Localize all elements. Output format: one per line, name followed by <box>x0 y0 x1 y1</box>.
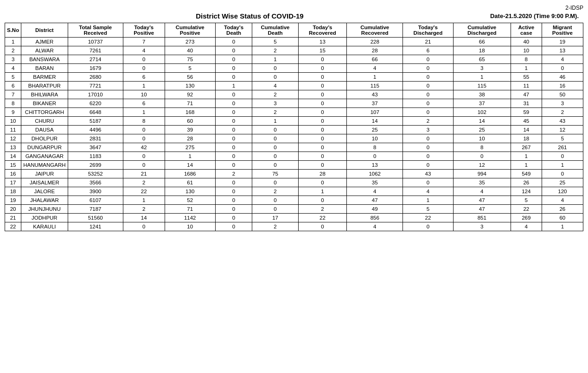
table-cell: 71 <box>165 99 215 108</box>
table-cell: 75 <box>165 55 215 64</box>
table-cell: 0 <box>215 161 252 170</box>
table-cell: 0 <box>403 222 453 231</box>
table-cell: 0 <box>252 196 298 205</box>
table-cell: 0 <box>403 99 453 108</box>
table-cell: 0 <box>215 187 252 196</box>
table-cell: 75 <box>252 170 298 178</box>
table-cell: 2 <box>123 178 165 187</box>
table-cell: 5 <box>252 38 298 46</box>
date-info: Date-21.5.2020 (Time 9:00 P.M). <box>490 13 579 19</box>
table-cell: 19 <box>5 196 21 205</box>
table-row: 18JALORE390022130021444124120 <box>5 187 583 196</box>
table-cell: 4 <box>347 64 403 73</box>
table-cell: 2 <box>252 187 298 196</box>
table-row: 16JAIPUR53252211686275281062439945490 <box>5 170 583 178</box>
table-cell: 2 <box>542 108 583 117</box>
table-cell: 0 <box>403 143 453 152</box>
table-cell: 0 <box>215 178 252 187</box>
table-cell: DUNGARPUR <box>21 143 68 152</box>
table-cell: 269 <box>511 214 542 222</box>
table-cell: 275 <box>165 143 215 152</box>
table-cell: JAIPUR <box>21 170 68 178</box>
table-cell: 0 <box>403 82 453 90</box>
table-cell: 0 <box>403 134 453 143</box>
table-cell: 8 <box>511 55 542 64</box>
table-cell: 40 <box>511 38 542 46</box>
table-cell: 5187 <box>68 117 123 126</box>
table-cell: 47 <box>453 205 511 214</box>
table-cell: 115 <box>453 82 511 90</box>
table-cell: 0 <box>403 64 453 73</box>
table-cell: 0 <box>298 64 346 73</box>
table-row: 20JHUNJHUNU7187271002495472226 <box>5 205 583 214</box>
table-cell: 6 <box>123 99 165 108</box>
table-cell: 0 <box>298 117 346 126</box>
table-row: 4BARAN16790500040310 <box>5 64 583 73</box>
table-cell: 1 <box>542 222 583 231</box>
table-row: 9CHITTORGARH664811680201070102592 <box>5 108 583 117</box>
table-cell: 35 <box>347 178 403 187</box>
table-cell: 2 <box>252 108 298 117</box>
header-todays-recovered: Today's Recovered <box>298 23 346 38</box>
header-active-case: Active case <box>511 23 542 38</box>
table-cell: 18 <box>5 187 21 196</box>
table-cell: 0 <box>123 134 165 143</box>
table-cell: 2 <box>252 222 298 231</box>
table-cell: BANSWARA <box>21 55 68 64</box>
table-cell: JHALAWAR <box>21 196 68 205</box>
table-cell: 45 <box>511 117 542 126</box>
table-cell: 0 <box>252 205 298 214</box>
table-cell: JODHPUR <box>21 214 68 222</box>
table-cell: 13 <box>298 38 346 46</box>
table-cell: 49 <box>347 205 403 214</box>
table-cell: 0 <box>298 73 346 82</box>
table-row: 19JHALAWAR61071520004714754 <box>5 196 583 205</box>
table-cell: 5 <box>511 196 542 205</box>
table-cell: 0 <box>298 152 346 161</box>
table-cell: 0 <box>215 126 252 134</box>
table-cell: 267 <box>511 143 542 152</box>
table-cell: 0 <box>298 99 346 108</box>
table-cell: 6220 <box>68 99 123 108</box>
table-cell: 0 <box>298 55 346 64</box>
table-cell: 60 <box>165 117 215 126</box>
table-cell: 4 <box>347 222 403 231</box>
table-cell: HANUMANGARH <box>21 161 68 170</box>
table-row: 12DHOLPUR283102800010010185 <box>5 134 583 143</box>
table-cell: 12 <box>542 126 583 134</box>
header-todays-discharged: Today's Discharged <box>403 23 453 38</box>
table-cell: 46 <box>542 73 583 82</box>
table-cell: 53252 <box>68 170 123 178</box>
table-cell: 2 <box>252 46 298 55</box>
table-cell: 47 <box>453 196 511 205</box>
table-cell: BHILWARA <box>21 90 68 99</box>
table-cell: 0 <box>298 196 346 205</box>
table-cell: 8 <box>453 143 511 152</box>
table-cell: 4 <box>453 187 511 196</box>
table-cell: 25 <box>542 178 583 187</box>
table-cell: 6648 <box>68 108 123 117</box>
table-row: 11DAUSA4496039000253251412 <box>5 126 583 134</box>
table-cell: 15 <box>5 161 21 170</box>
table-cell: 0 <box>298 82 346 90</box>
table-cell: 0 <box>215 46 252 55</box>
header-district: District <box>21 23 68 38</box>
table-cell: 0 <box>403 55 453 64</box>
table-cell: 549 <box>511 170 542 178</box>
header-migrant-positive: Migrant Positive <box>542 23 583 38</box>
table-cell: 1 <box>123 196 165 205</box>
table-cell: 0 <box>252 134 298 143</box>
table-cell: 55 <box>511 73 542 82</box>
table-cell: 0 <box>453 152 511 161</box>
table-cell: 0 <box>215 196 252 205</box>
table-cell: 17 <box>252 214 298 222</box>
table-cell: 17 <box>5 178 21 187</box>
table-cell: 168 <box>165 108 215 117</box>
table-cell: 1241 <box>68 222 123 231</box>
table-cell: 0 <box>215 152 252 161</box>
table-cell: 0 <box>403 152 453 161</box>
table-cell: 0 <box>252 64 298 73</box>
table-cell: 4 <box>123 46 165 55</box>
table-cell: 12 <box>453 161 511 170</box>
table-cell: 39 <box>165 126 215 134</box>
